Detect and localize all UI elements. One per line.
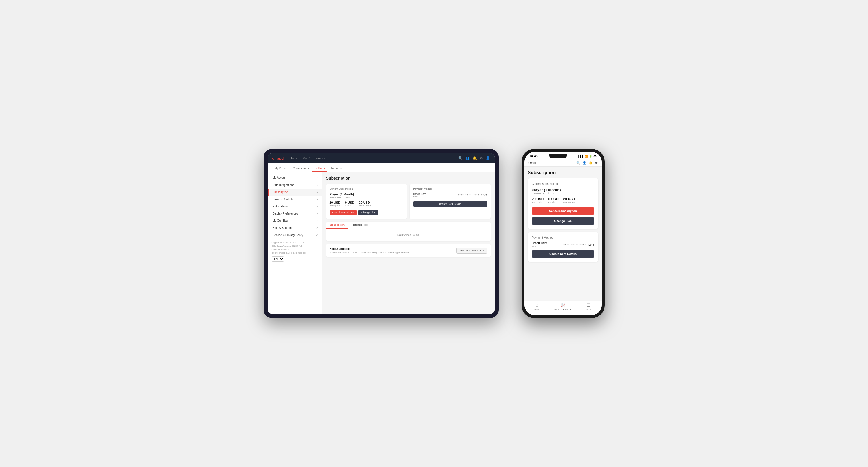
help-support-section: Help & Support Visit the Clippd Communit… [326,244,491,257]
billing-history-card: Billing History Referrals 0 No Invoices … [326,222,491,241]
change-plan-button[interactable]: Change Plan [359,210,378,215]
back-button[interactable]: ‹ Back [528,161,537,164]
chevron-icon: › [317,184,318,187]
base-price: 20 USD Base price [330,201,341,207]
person-icon[interactable]: 👤 [583,161,587,165]
subnav-connections[interactable]: Connections [290,165,311,172]
referrals-badge: 0 [364,224,368,226]
cancel-subscription-button[interactable]: Cancel Subscription [330,210,357,215]
phone-nav-home[interactable]: ⌂ Home [524,303,550,312]
renewal-date: Renews on 25/07/23 [330,196,403,198]
subnav-settings[interactable]: Settings [312,165,327,172]
billing-history-tab[interactable]: Billing History [326,222,349,229]
phone-card-number: **** **** **** 4242 [563,243,594,246]
sidebar-item-data-integrations[interactable]: Data Integrations › [268,181,322,189]
bell-icon[interactable]: 🔔 [472,156,477,160]
referrals-tab[interactable]: Referrals 0 [348,222,371,229]
subnav-my-profile[interactable]: My Profile [272,165,289,172]
external-link-icon: ↗ [482,249,484,252]
visit-community-button[interactable]: Visit Our Community ↗ [457,248,487,254]
phone-nav-my-performance[interactable]: 📈 My Performance [550,303,576,312]
subnav-tutorials[interactable]: Tutorials [329,165,344,172]
sidebar-item-display-preferences[interactable]: Display Preferences › [268,210,322,217]
billing-content: No Invoices Found [326,229,491,241]
chevron-icon: › [317,177,318,179]
help-text: Help & Support Visit the Clippd Communit… [330,247,409,254]
amount-due: 20 USD Amount due [359,201,371,207]
status-time: 10:43 [530,154,537,158]
sidebar-item-my-golf-bag[interactable]: My Golf Bag › [268,217,322,224]
current-subscription-title: Current Subscription [330,187,403,190]
battery-percentage: 85 [593,155,596,158]
sidebar-item-privacy-controls[interactable]: Privacy Controls › [268,196,322,203]
tablet-subnav: My Profile Connections Settings Tutorial… [268,163,495,172]
payment-card-info: Credit Card Visa **** **** **** 4242 [413,192,487,198]
nav-home[interactable]: Home [290,156,298,160]
phone-payment-card: Payment Method Credit Card Visa **** ***… [528,232,598,262]
settings-icon[interactable]: ⚙ [480,156,483,160]
sidebar-item-notifications[interactable]: Notifications › [268,203,322,210]
phone-credit: 0 USD Credit [549,197,559,204]
back-chevron-icon: ‹ [528,161,529,164]
active-indicator [557,312,569,312]
card-details: Credit Card Visa [413,192,426,198]
nav-my-performance[interactable]: My Performance [303,156,326,160]
tablet-sidebar: My Account › Data Integrations › Subscri… [268,172,322,314]
external-link-icon: ↗ [316,234,318,237]
chevron-icon: › [317,191,318,194]
sidebar-item-help-support[interactable]: Help & Support ↗ [268,224,322,231]
phone-payment-row: Credit Card Visa **** **** **** 4242 [532,242,594,248]
phone-screen: 10:43 ▌▌▌ 📶 🔋 85 ‹ Back 🔍 👤 🔔 ⊕ [524,152,602,315]
sidebar-item-privacy-policy[interactable]: Service & Privacy Policy ↗ [268,231,322,239]
phone-cancel-subscription-button[interactable]: Cancel Subscription [532,207,594,215]
phone-page-title: Subscription [528,170,598,175]
sidebar-item-my-account[interactable]: My Account › [268,174,322,181]
phone-amount-due: 20 USD Amount due [563,197,576,204]
phone-change-plan-button[interactable]: Change Plan [532,217,594,225]
phone-renewal-date: Renews on 25/07/23 [532,192,594,195]
chevron-icon: › [317,205,318,208]
performance-icon: 📈 [560,303,565,307]
tablet-device: clippd Home My Performance 🔍 👥 🔔 ⚙ 👤 My … [264,149,499,318]
current-subscription-card: Current Subscription Player (1 Month) Re… [326,184,407,219]
phone-bottom-nav: ⌂ Home 📈 My Performance ☰ Menu [524,301,602,315]
payment-method-card: Payment Method Credit Card Visa **** ***… [410,184,491,219]
search-icon[interactable]: 🔍 [458,156,463,160]
phone-status-bar: 10:43 ▌▌▌ 📶 🔋 85 [524,152,602,159]
phone-subscription-title: Current Subscription [532,182,594,185]
update-card-button[interactable]: Update Card Details [413,201,487,207]
phone-base-price: 20 USD Base price [532,197,544,204]
phone-subscription-card: Current Subscription Player (1 Month) Re… [528,178,598,229]
bell-icon[interactable]: 🔔 [589,161,593,165]
language-dropdown[interactable]: EN [272,256,284,261]
language-selector[interactable]: EN [272,256,318,261]
sidebar-item-subscription[interactable]: Subscription › [268,189,322,196]
phone-amounts: 20 USD Base price 0 USD Credit 20 USD Am… [532,197,594,204]
phone-notch [549,154,566,158]
tablet-body: My Account › Data Integrations › Subscri… [268,172,495,314]
people-icon[interactable]: 👥 [465,156,470,160]
app-logo: clippd [272,156,284,160]
phone-nav-bar: ‹ Back 🔍 👤 🔔 ⊕ [524,159,602,167]
search-icon[interactable]: 🔍 [576,161,580,165]
battery-icon: 🔋 [589,155,592,158]
phone-nav-icons: 🔍 👤 🔔 ⊕ [576,161,598,165]
add-icon[interactable]: ⊕ [595,161,598,165]
billing-tabs: Billing History Referrals 0 [326,222,491,229]
tablet-top-nav: clippd Home My Performance 🔍 👥 🔔 ⚙ 👤 [268,153,495,163]
wifi-icon: 📶 [585,155,588,158]
tablet-nav-links: Home My Performance [290,156,326,160]
credit-amount: 0 USD Credit [345,201,354,207]
phone-payment-title: Payment Method [532,236,594,239]
phone-update-card-button[interactable]: Update Card Details [532,250,594,258]
sidebar-footer: Clippd Client Version: 2023.07.6-8 GQL S… [268,239,322,264]
chevron-icon: › [317,198,318,201]
chevron-icon: › [317,219,318,222]
signal-icon: ▌▌▌ [578,155,584,158]
tablet-screen: clippd Home My Performance 🔍 👥 🔔 ⚙ 👤 My … [268,153,495,314]
tablet-main-content: Subscription Current Subscription Player… [322,172,495,314]
avatar-icon[interactable]: 👤 [486,156,490,160]
phone-card-info: Credit Card Visa [532,242,547,248]
subscription-buttons: Cancel Subscription Change Plan [330,210,403,215]
phone-nav-menu[interactable]: ☰ Menu [576,303,602,312]
